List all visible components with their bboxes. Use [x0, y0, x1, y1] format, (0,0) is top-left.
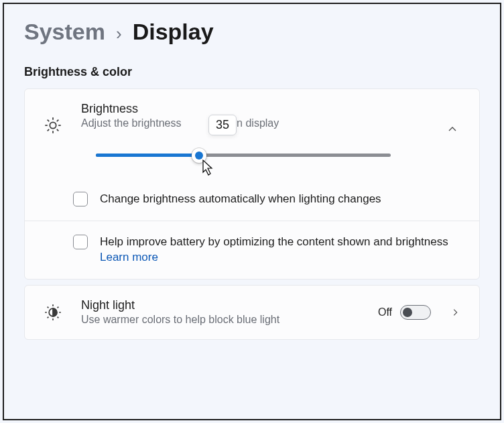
learn-more-link[interactable]: Learn more	[100, 251, 158, 263]
auto-brightness-label: Change brightness automatically when lig…	[100, 192, 381, 207]
svg-line-8	[57, 120, 58, 121]
brightness-value-tooltip: 35	[208, 115, 237, 135]
svg-line-5	[48, 120, 49, 121]
brightness-card: Brightness Adjust the brightness built-i…	[24, 88, 480, 280]
chevron-right-icon: ›	[116, 23, 122, 44]
brightness-title: Brightness	[81, 101, 426, 117]
night-light-expand[interactable]	[444, 308, 466, 317]
svg-line-17	[58, 307, 59, 308]
battery-optimize-row: Help improve battery by optimizing the c…	[25, 221, 479, 279]
section-title: Brightness & color	[24, 65, 480, 79]
brightness-row: Brightness Adjust the brightness built-i…	[25, 89, 479, 178]
slider-thumb[interactable]	[192, 148, 206, 163]
cursor-icon	[202, 159, 215, 176]
svg-line-7	[48, 129, 49, 131]
svg-line-16	[48, 317, 49, 318]
battery-optimize-checkbox[interactable]	[73, 235, 88, 249]
breadcrumb: System › Display	[24, 19, 480, 45]
auto-brightness-row: Change brightness automatically when lig…	[25, 178, 479, 221]
brightness-slider[interactable]	[96, 154, 391, 157]
breadcrumb-parent[interactable]: System	[24, 19, 105, 45]
svg-line-14	[48, 307, 49, 308]
night-light-state: Off	[378, 306, 392, 318]
night-light-card[interactable]: Night light Use warmer colors to help bl…	[24, 285, 480, 340]
svg-point-0	[50, 122, 56, 128]
night-light-subtitle: Use warmer colors to help block blue lig…	[81, 313, 365, 327]
night-light-title: Night light	[81, 298, 365, 313]
sun-icon	[38, 116, 68, 135]
night-light-icon	[38, 303, 68, 322]
auto-brightness-checkbox[interactable]	[73, 192, 88, 206]
page-title: Display	[133, 19, 214, 45]
brightness-subtitle-before: Adjust the brightness	[81, 117, 181, 129]
battery-optimize-label: Help improve battery by optimizing the c…	[100, 235, 448, 248]
svg-line-15	[58, 317, 59, 318]
svg-line-6	[57, 129, 58, 131]
collapse-button[interactable]	[439, 124, 466, 135]
night-light-toggle[interactable]	[400, 305, 431, 320]
